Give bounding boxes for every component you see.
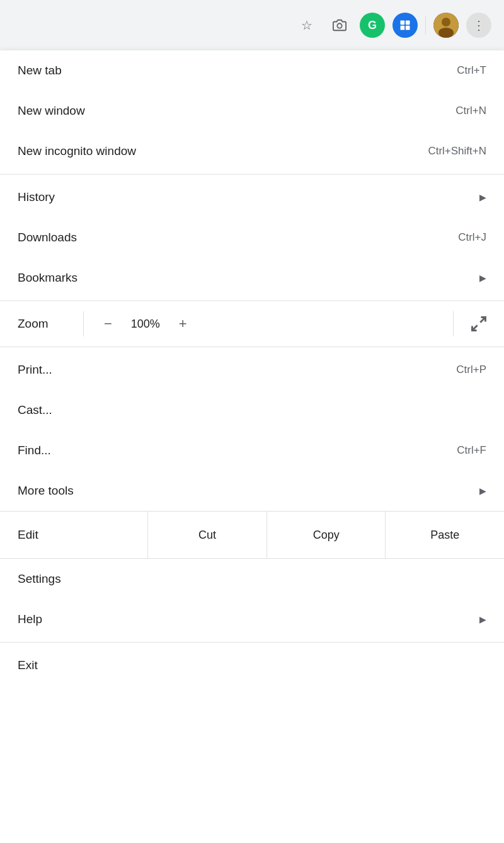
print-item[interactable]: Print... Ctrl+P	[0, 350, 504, 390]
more-tools-item[interactable]: More tools ▶	[0, 471, 504, 511]
browser-toolbar: ☆ G ⋮	[0, 0, 504, 50]
edit-label: Edit	[0, 512, 147, 558]
zoom-controls: − 100% +	[99, 313, 453, 335]
downloads-item[interactable]: Downloads Ctrl+J	[0, 217, 504, 258]
copy-button[interactable]: Copy	[266, 512, 386, 558]
grammarly-icon[interactable]: G	[360, 13, 385, 38]
paste-button[interactable]: Paste	[385, 512, 504, 558]
zoom-value: 100%	[130, 318, 161, 331]
new-tab-item[interactable]: New tab Ctrl+T	[0, 50, 504, 91]
history-item[interactable]: History ▶	[0, 177, 504, 217]
help-item[interactable]: Help ▶	[0, 599, 504, 639]
svg-rect-2	[406, 21, 410, 25]
fullscreen-button[interactable]	[454, 304, 504, 344]
zoom-increase-button[interactable]: +	[174, 313, 192, 335]
toolbar-divider	[425, 16, 426, 34]
divider-1	[0, 174, 504, 175]
edit-row: Edit Cut Copy Paste	[0, 511, 504, 559]
svg-point-0	[337, 23, 341, 28]
exit-item[interactable]: Exit	[0, 645, 504, 685]
camera-icon[interactable]	[327, 13, 352, 38]
svg-rect-3	[401, 26, 405, 30]
svg-rect-1	[401, 21, 405, 25]
chrome-menu: New tab Ctrl+T New window Ctrl+N New inc…	[0, 50, 504, 843]
new-window-item[interactable]: New window Ctrl+N	[0, 91, 504, 131]
cut-button[interactable]: Cut	[147, 512, 266, 558]
settings-item[interactable]: Settings	[0, 559, 504, 599]
cast-item[interactable]: Cast...	[0, 390, 504, 430]
svg-point-8	[433, 13, 459, 38]
divider-2	[0, 301, 504, 301]
star-icon[interactable]: ☆	[294, 13, 319, 38]
zoom-separator-left	[83, 311, 84, 336]
divider-4	[0, 642, 504, 643]
svg-rect-4	[406, 26, 410, 30]
divider-3	[0, 347, 504, 347]
find-item[interactable]: Find... Ctrl+F	[0, 430, 504, 471]
more-options-button[interactable]: ⋮	[466, 13, 491, 38]
zoom-decrease-button[interactable]: −	[99, 313, 117, 335]
bookmarks-item[interactable]: Bookmarks ▶	[0, 258, 504, 298]
new-incognito-item[interactable]: New incognito window Ctrl+Shift+N	[0, 131, 504, 171]
extension-icon[interactable]	[392, 13, 418, 38]
avatar[interactable]	[433, 13, 459, 38]
zoom-row: Zoom − 100% +	[0, 304, 504, 344]
